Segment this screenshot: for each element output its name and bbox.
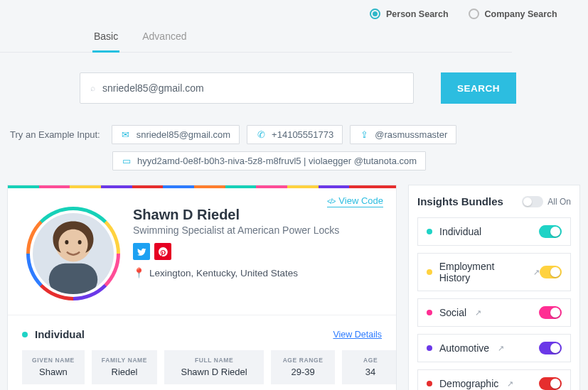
svg-rect-2 — [49, 264, 97, 294]
field: AGE RANGE29-39 — [271, 350, 335, 384]
external-icon: ↗ — [498, 344, 504, 353]
chip-text: @rasmussmaster — [375, 129, 447, 140]
bundle-toggle[interactable] — [539, 306, 562, 319]
bundle-name: Automotive — [439, 342, 489, 354]
field-value: Riedel — [102, 367, 147, 377]
bundle-toggle[interactable] — [539, 377, 562, 390]
radio-label: Person Search — [386, 9, 449, 19]
external-icon: ↗ — [533, 268, 540, 277]
bundle-toggle[interactable] — [539, 225, 562, 238]
mail-icon: ✉ — [121, 129, 131, 140]
chip-text: hyyd2amd-0e8f-b0h3-niva-5z8-m8fruvl5 | v… — [137, 156, 417, 166]
view-code-link[interactable]: View Code — [327, 195, 383, 207]
external-icon: ↗ — [507, 379, 513, 389]
bundle-item[interactable]: Social↗ — [417, 298, 571, 327]
insights-title: Insights Bundles — [417, 195, 503, 207]
view-details-link[interactable]: View Details — [333, 330, 382, 340]
pin-icon: 📍 — [133, 267, 145, 278]
search-button[interactable]: SEARCH — [441, 72, 516, 104]
bundle-name: Social — [439, 307, 466, 318]
field-label: FULL NAME — [174, 357, 254, 364]
bundle-name: Individual — [439, 226, 481, 237]
example-chip-phone[interactable]: ✆+14105551773 — [247, 125, 343, 144]
bundle-dot-icon — [427, 345, 432, 351]
field-value: Shawn D Riedel — [174, 367, 254, 377]
field: FAMILY NAMERiedel — [92, 350, 157, 384]
search-input[interactable] — [102, 82, 403, 94]
radio-icon — [469, 9, 479, 19]
bundle-dot-icon — [427, 381, 432, 386]
field-value: Shawn — [32, 367, 75, 377]
all-on-label: All On — [547, 197, 571, 207]
radio-label: Company Search — [485, 9, 557, 19]
insights-panel: Insights Bundles All On IndividualEmploy… — [408, 185, 580, 390]
tab-basic[interactable]: Basic — [92, 26, 119, 53]
bundle-name: Demographic — [439, 378, 498, 389]
external-icon: ↗ — [475, 308, 481, 318]
bundle-item[interactable]: Employment History↗ — [417, 253, 571, 291]
field-label: FAMILY NAME — [102, 357, 147, 364]
section-dot-icon — [22, 332, 28, 337]
id-icon: ▭ — [122, 156, 132, 166]
person-search-radio[interactable]: Person Search — [370, 9, 449, 19]
svg-point-4 — [78, 240, 82, 244]
person-name: Shawn D Riedel — [133, 207, 339, 223]
share-icon: ⇪ — [359, 129, 369, 140]
all-on-toggle[interactable] — [522, 196, 543, 207]
bundle-name: Employment History — [439, 261, 525, 283]
chip-text: snriedel85@gmail.com — [137, 129, 230, 140]
avatar — [33, 213, 114, 294]
avatar-ring — [26, 207, 120, 300]
bundle-item[interactable]: Individual — [417, 217, 571, 246]
examples-label: Try an Example Input: — [10, 125, 100, 140]
field: AGE34 — [342, 350, 397, 384]
twitter-icon[interactable] — [133, 243, 150, 260]
company-search-radio[interactable]: Company Search — [469, 9, 557, 19]
example-chip-email[interactable]: ✉snriedel85@gmail.com — [112, 125, 240, 144]
pinterest-icon[interactable] — [154, 243, 171, 260]
bundle-toggle[interactable] — [539, 342, 562, 354]
bundle-item[interactable]: Automotive↗ — [417, 334, 571, 362]
field: GIVEN NAMEShawn — [22, 350, 85, 384]
chip-text: +14105551773 — [272, 129, 333, 140]
person-location: Lexington, Kentucky, United States — [149, 268, 298, 278]
field-label: AGE RANGE — [281, 357, 325, 364]
search-icon: ⌕ — [90, 83, 95, 93]
field-value: 34 — [352, 367, 389, 377]
example-chip-handle[interactable]: ⇪@rasmussmaster — [350, 125, 456, 144]
bundle-item[interactable]: Demographic↗ — [417, 369, 571, 390]
svg-point-3 — [65, 240, 68, 244]
result-card: View Code Shawn D Riedel Swimming Specia… — [7, 185, 397, 390]
example-chip-id[interactable]: ▭hyyd2amd-0e8f-b0h3-niva-5z8-m8fruvl5 | … — [112, 151, 426, 170]
bundle-dot-icon — [427, 229, 432, 234]
search-input-wrap[interactable]: ⌕ — [80, 72, 414, 104]
tab-advanced[interactable]: Advanced — [141, 26, 188, 52]
bundle-dot-icon — [427, 269, 432, 275]
person-subtitle: Swimming Specialist at American Power Lo… — [133, 224, 339, 236]
bundle-dot-icon — [427, 310, 432, 315]
field-label: GIVEN NAME — [32, 357, 75, 364]
bundle-toggle[interactable] — [540, 266, 562, 278]
field-value: 29-39 — [281, 367, 325, 377]
phone-icon: ✆ — [256, 129, 266, 140]
field: FULL NAMEShawn D Riedel — [164, 350, 264, 384]
radio-icon — [370, 9, 380, 19]
search-tabs: Basic Advanced — [0, 26, 512, 53]
section-title: Individual — [35, 328, 85, 340]
field-label: AGE — [352, 357, 389, 364]
